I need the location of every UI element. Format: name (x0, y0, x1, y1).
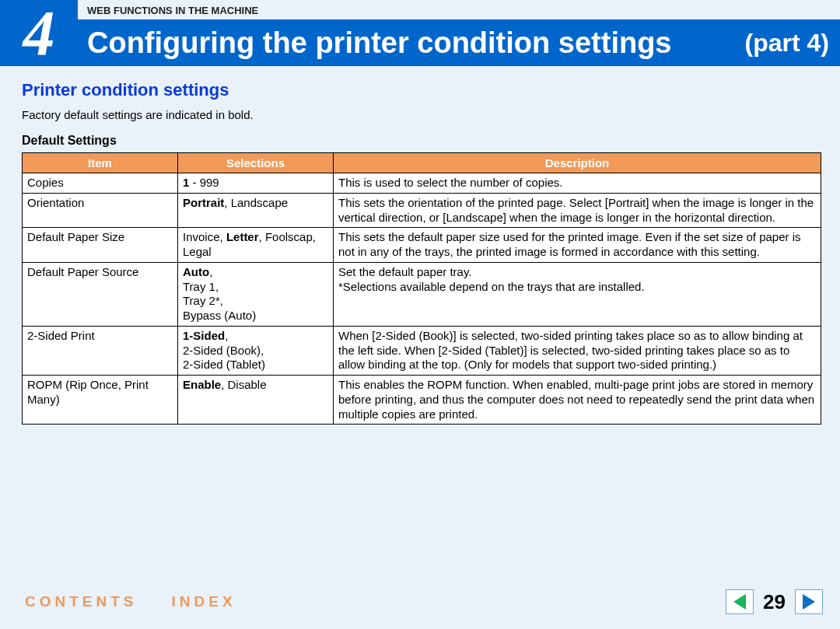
cell-selections: Invoice, Letter, Foolscap, Legal (178, 228, 334, 263)
page-part: (part 4) (745, 29, 829, 58)
prev-page-button[interactable] (726, 589, 754, 614)
chapter-box: 4 (0, 0, 78, 66)
header-texts: WEB FUNCTIONS IN THE MACHINE Configuring… (78, 0, 840, 66)
cell-item: Default Paper Size (23, 228, 178, 263)
cell-selections: 1 - 999 (178, 173, 334, 194)
cell-description: This enables the ROPM function. When ena… (334, 376, 821, 425)
table-row: Orientation Portrait, Landscape This set… (23, 193, 821, 228)
table-row: ROPM (Rip Once, Print Many) Enable, Disa… (23, 376, 821, 425)
footer-nav: 29 (726, 589, 823, 614)
table-row: Default Paper Size Invoice, Letter, Fool… (23, 228, 821, 263)
cell-description: This sets the orientation of the printed… (334, 193, 821, 228)
contents-link[interactable]: CONTENTS (25, 593, 138, 610)
cell-selections: Portrait, Landscape (178, 193, 334, 228)
page-number: 29 (763, 590, 786, 614)
page-title: Configuring the printer condition settin… (87, 26, 672, 60)
breadcrumb: WEB FUNCTIONS IN THE MACHINE (78, 0, 840, 19)
cell-description: When [2-Sided (Book)] is selected, two-s… (334, 326, 821, 375)
cell-item: ROPM (Rip Once, Print Many) (23, 376, 178, 425)
title-bar: Configuring the printer condition settin… (78, 19, 840, 66)
table-header-row: Item Selections Description (23, 153, 821, 173)
section-title: Printer condition settings (22, 80, 821, 100)
triangle-right-icon (803, 594, 815, 610)
th-item: Item (23, 153, 178, 173)
cell-item: Orientation (23, 193, 178, 228)
table-row: Default Paper Source Auto, Tray 1, Tray … (23, 262, 821, 326)
cell-selections: Auto, Tray 1, Tray 2*, Bypass (Auto) (178, 262, 334, 326)
table-row: Copies 1 - 999 This is used to select th… (23, 173, 821, 194)
table-row: 2-Sided Print 1-Sided, 2-Sided (Book), 2… (23, 326, 821, 375)
triangle-left-icon (733, 594, 746, 610)
section-subheading: Default Settings (22, 134, 821, 148)
content-area: Printer condition settings Factory defau… (0, 66, 840, 425)
next-page-button[interactable] (795, 589, 823, 614)
page-header: 4 WEB FUNCTIONS IN THE MACHINE Configuri… (0, 0, 840, 66)
cell-item: Copies (23, 173, 178, 194)
chapter-number: 4 (23, 2, 55, 65)
th-selections: Selections (178, 153, 334, 173)
cell-selections: 1-Sided, 2-Sided (Book), 2-Sided (Tablet… (178, 326, 334, 375)
cell-description: Set the default paper tray. *Selections … (334, 262, 821, 326)
settings-table: Item Selections Description Copies 1 - 9… (22, 152, 821, 425)
section-intro: Factory default settings are indicated i… (22, 108, 821, 121)
th-description: Description (334, 153, 821, 173)
cell-item: 2-Sided Print (23, 326, 178, 375)
cell-item: Default Paper Source (23, 262, 178, 326)
footer-bar: CONTENTS INDEX 29 (0, 584, 840, 629)
cell-selections: Enable, Disable (178, 376, 334, 425)
cell-description: This is used to select the number of cop… (334, 173, 821, 194)
cell-description: This sets the default paper size used fo… (334, 228, 821, 263)
index-link[interactable]: INDEX (172, 593, 236, 610)
